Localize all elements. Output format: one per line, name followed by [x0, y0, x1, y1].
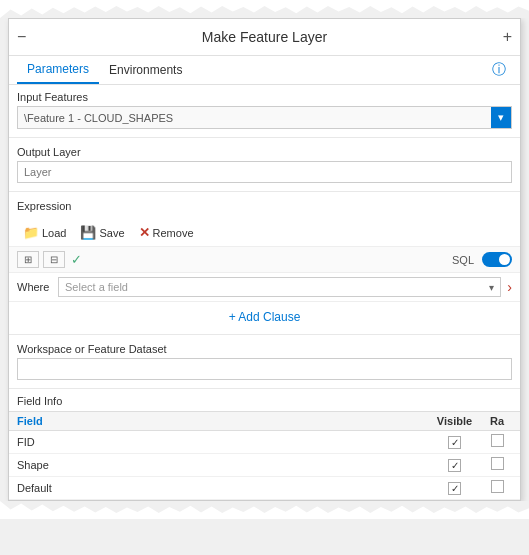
remove-button[interactable]: ✕ Remove — [133, 223, 200, 242]
sql-icon-btn-2[interactable]: ⊟ — [43, 251, 65, 268]
ra-default-checkbox[interactable] — [491, 480, 504, 493]
sql-label: SQL — [452, 254, 474, 266]
add-clause-label: + Add Clause — [229, 310, 301, 324]
visible-fid[interactable] — [427, 435, 482, 449]
table-row: Default — [9, 477, 520, 500]
field-placeholder: Select a field — [65, 281, 128, 293]
dialog-header: − Make Feature Layer + — [9, 19, 520, 56]
ra-fid[interactable] — [482, 434, 512, 450]
save-icon: 💾 — [80, 225, 96, 240]
table-header: Field Visible Ra — [9, 411, 520, 431]
workspace-label: Workspace or Feature Dataset — [17, 343, 512, 355]
output-layer-field[interactable] — [17, 161, 512, 183]
back-button[interactable]: − — [17, 28, 26, 46]
expression-section: Expression — [9, 194, 520, 219]
sql-toggle[interactable] — [482, 252, 512, 267]
info-button[interactable]: ⓘ — [486, 57, 512, 83]
ra-fid-checkbox[interactable] — [491, 434, 504, 447]
ra-default[interactable] — [482, 480, 512, 496]
table-row: Shape — [9, 454, 520, 477]
field-chevron-icon: ▾ — [489, 282, 494, 293]
remove-icon: ✕ — [139, 225, 150, 240]
add-clause-button[interactable]: + Add Clause — [9, 302, 520, 332]
field-info-label: Field Info — [17, 395, 62, 407]
input-features-input-row: ▾ — [17, 106, 512, 129]
col-field-header: Field — [17, 415, 427, 427]
sql-toolbar: ⊞ ⊟ ✓ SQL — [9, 246, 520, 273]
load-button[interactable]: 📁 Load — [17, 223, 72, 242]
expression-toolbar: 📁 Load 💾 Save ✕ Remove — [9, 219, 520, 246]
col-ra-header: Ra — [482, 415, 512, 427]
tab-parameters[interactable]: Parameters — [17, 56, 99, 84]
field-select[interactable]: Select a field ▾ — [58, 277, 501, 297]
workspace-field[interactable] — [17, 358, 512, 380]
ra-shape[interactable] — [482, 457, 512, 473]
expression-label: Expression — [17, 200, 512, 212]
save-button[interactable]: 💾 Save — [74, 223, 130, 242]
tab-bar: Parameters Environments ⓘ — [9, 56, 520, 85]
where-end-icon: › — [507, 279, 512, 295]
output-layer-section: Output Layer — [9, 140, 520, 189]
input-features-dropdown-btn[interactable]: ▾ — [491, 107, 511, 128]
tab-environments[interactable]: Environments — [99, 57, 192, 83]
input-features-label: Input Features — [17, 91, 512, 103]
ra-shape-checkbox[interactable] — [491, 457, 504, 470]
field-shape: Shape — [17, 459, 427, 471]
sql-icon-btn-1[interactable]: ⊞ — [17, 251, 39, 268]
col-visible-header: Visible — [427, 415, 482, 427]
folder-icon: 📁 — [23, 225, 39, 240]
input-features-field[interactable] — [18, 108, 491, 128]
field-default: Default — [17, 482, 427, 494]
workspace-section: Workspace or Feature Dataset — [9, 337, 520, 386]
visible-fid-checkbox[interactable] — [448, 436, 461, 449]
check-button[interactable]: ✓ — [69, 250, 84, 269]
dialog-title: Make Feature Layer — [202, 29, 327, 45]
visible-default[interactable] — [427, 481, 482, 495]
visible-shape-checkbox[interactable] — [448, 459, 461, 472]
where-label: Where — [17, 281, 52, 293]
visible-shape[interactable] — [427, 458, 482, 472]
field-fid: FID — [17, 436, 427, 448]
table-row: FID — [9, 431, 520, 454]
visible-default-checkbox[interactable] — [448, 482, 461, 495]
input-features-section: Input Features ▾ — [9, 85, 520, 135]
add-button[interactable]: + — [503, 28, 512, 46]
where-row: Where Select a field ▾ › — [9, 273, 520, 302]
field-info-header: Field Info — [9, 391, 520, 411]
output-layer-label: Output Layer — [17, 146, 512, 158]
